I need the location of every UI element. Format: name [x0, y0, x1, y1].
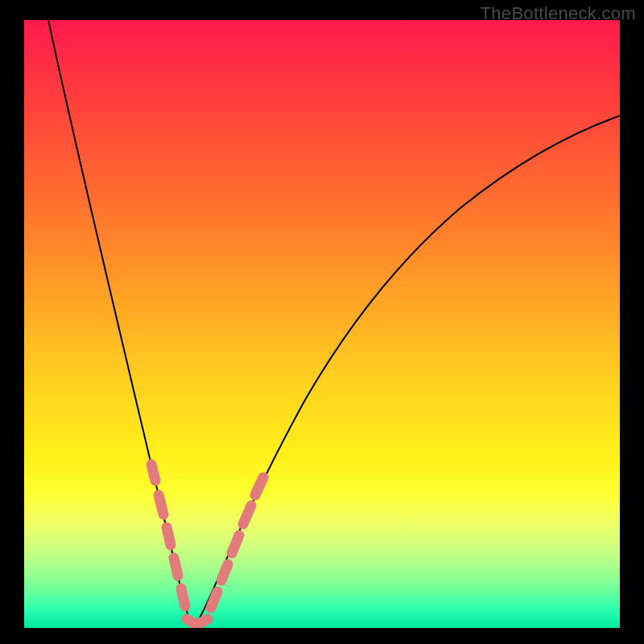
marker-segment [181, 588, 185, 606]
bottleneck-curve [47, 20, 620, 627]
marker-segment [211, 592, 217, 608]
plot-area [24, 20, 620, 628]
chart-frame: TheBottleneck.com [0, 0, 644, 644]
marker-segment [151, 464, 155, 481]
marker-segment [167, 527, 171, 545]
marker-segment [174, 558, 178, 576]
marker-segment [255, 477, 263, 495]
marker-segment [159, 495, 163, 514]
marker-segment [198, 619, 208, 624]
marker-segment [243, 506, 251, 524]
marker-segment [221, 564, 228, 580]
curve-svg [24, 20, 620, 628]
marker-segment [232, 535, 239, 553]
